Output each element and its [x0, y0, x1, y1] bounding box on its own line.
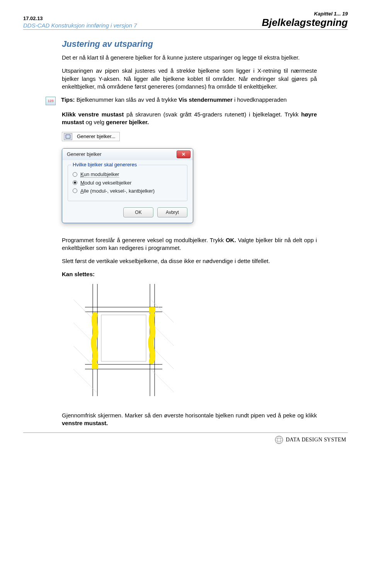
dialog-titlebar: Generer bjelker ✕ [62, 149, 193, 160]
header-chapter: Kapittel 1... 19 [262, 11, 348, 17]
beam-diagram [73, 284, 317, 396]
page-header: 17.02.13 DDS-CAD Konstruksjon innføring … [23, 11, 348, 30]
radio-icon [73, 188, 77, 193]
svg-line-11 [73, 369, 97, 392]
radio-icon [73, 180, 77, 185]
footer-brand: DATA DESIGN SYSTEM [286, 437, 346, 443]
svg-rect-18 [101, 315, 146, 361]
context-menu-snippet: Generer bjelker... [62, 132, 120, 141]
grid-icon [64, 133, 72, 140]
paragraph-1: Det er nå klart til å generere bjelker f… [62, 54, 317, 62]
close-icon[interactable]: ✕ [177, 150, 191, 158]
generate-beams-dialog: Generer bjelker ✕ Hvilke bjelker skal ge… [62, 148, 193, 223]
fieldset-legend: Hvilke bjelker skal genereres [71, 162, 138, 168]
svg-rect-16 [92, 364, 98, 369]
dialog-title: Generer bjelker [67, 151, 102, 157]
can-delete-label: Kan slettes: [62, 270, 317, 278]
ok-button[interactable]: OK [123, 207, 153, 217]
radio-icon [73, 172, 77, 177]
tips-paragraph: Tips: Bjelkenummer kan slås av ved å try… [61, 96, 287, 104]
svg-point-19 [276, 436, 283, 444]
header-doc-title: Bjelkelagstegning [262, 17, 348, 29]
svg-point-21 [278, 436, 281, 444]
cancel-button[interactable]: Avbryt [157, 207, 187, 217]
svg-point-20 [276, 438, 283, 441]
svg-rect-17 [149, 307, 155, 313]
svg-line-15 [151, 369, 174, 392]
beam-type-fieldset: Hvilke bjelker skal genereres Kun modulb… [68, 165, 187, 201]
diagram-svg [73, 284, 174, 396]
paragraph-5: Slett først de vertikale vekselbjelkene,… [62, 257, 317, 265]
radio-module-and-veksel[interactable]: Modul og vekselbjelker [73, 180, 182, 186]
header-subtitle: DDS-CAD Konstruksjon innføring i versjon… [23, 22, 137, 29]
paragraph-3: Klikk venstre mustast på skravuren (svak… [62, 111, 317, 126]
paragraph-4: Programmet foreslår å generere veksel og… [62, 236, 317, 252]
dds-logo-icon [275, 436, 283, 444]
paragraph-2: Utsparingen av pipen skal justeres ved å… [62, 67, 317, 91]
radio-all[interactable]: Alle (modul-, veksel-, kantbjelker) [73, 188, 182, 194]
header-date: 17.02.13 [23, 15, 137, 21]
paragraph-6: Gjennomfrisk skjermen. Marker så den øve… [62, 412, 317, 427]
context-menu-item[interactable]: Generer bjelker... [77, 133, 119, 139]
page-footer: DATA DESIGN SYSTEM [23, 432, 348, 446]
toggle-number-icon: 123 [46, 97, 56, 105]
section-title: Justering av utsparing [62, 39, 317, 49]
radio-only-module[interactable]: Kun modulbjelker [73, 171, 182, 178]
